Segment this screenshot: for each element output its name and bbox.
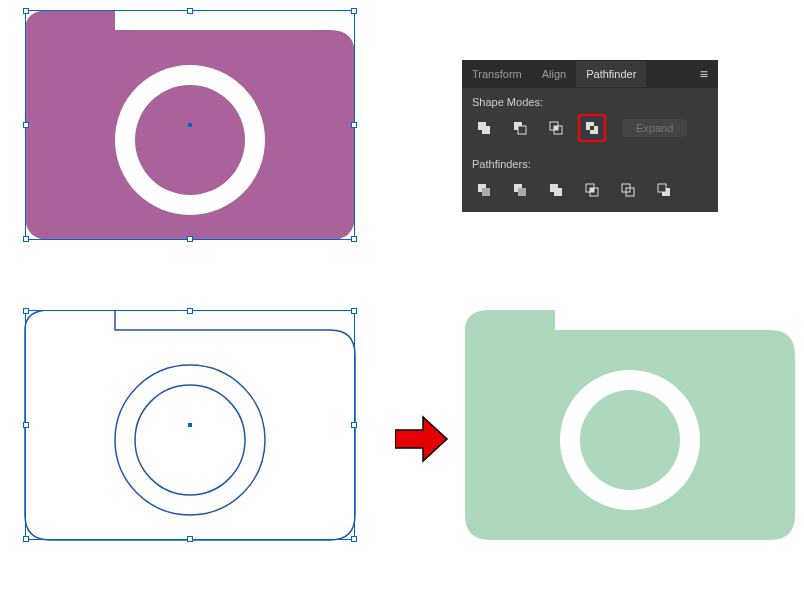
camera-shape-purple[interactable]	[15, 10, 365, 264]
merge-icon[interactable]	[544, 178, 568, 202]
shape-modes-label: Shape Modes:	[472, 96, 708, 108]
arrow-right-icon	[395, 415, 450, 467]
shape-modes-section: Shape Modes:	[462, 88, 718, 116]
panel-tabbar: Transform Align Pathfinder ≡	[462, 60, 718, 88]
panel-menu-icon[interactable]: ≡	[690, 60, 718, 88]
tab-align[interactable]: Align	[532, 61, 576, 87]
pathfinders-row	[462, 178, 718, 212]
unite-icon[interactable]	[472, 116, 496, 140]
camera-shape-outline[interactable]	[15, 310, 365, 564]
svg-point-2	[115, 365, 265, 515]
svg-rect-9	[482, 188, 490, 196]
exclude-icon[interactable]	[580, 116, 604, 140]
divide-icon[interactable]	[472, 178, 496, 202]
svg-rect-14	[590, 188, 594, 192]
trim-icon[interactable]	[508, 178, 532, 202]
pathfinders-label: Pathfinders:	[472, 158, 708, 170]
svg-rect-4	[518, 126, 526, 134]
outline-icon[interactable]	[616, 178, 640, 202]
expand-button[interactable]: Expand	[622, 119, 687, 137]
svg-rect-18	[658, 184, 666, 192]
svg-point-1	[135, 85, 245, 195]
tab-transform[interactable]: Transform	[462, 61, 532, 87]
intersect-icon[interactable]	[544, 116, 568, 140]
pathfinders-section: Pathfinders:	[462, 150, 718, 178]
svg-rect-10	[518, 188, 526, 196]
svg-rect-7	[554, 126, 558, 130]
shape-modes-row: Expand	[462, 116, 718, 150]
tab-pathfinder[interactable]: Pathfinder	[576, 61, 646, 87]
svg-point-3	[135, 385, 245, 495]
pathfinder-panel: Transform Align Pathfinder ≡ Shape Modes…	[462, 60, 718, 212]
minus-front-icon[interactable]	[508, 116, 532, 140]
camera-shape-green-result	[455, 310, 804, 564]
crop-icon[interactable]	[580, 178, 604, 202]
minus-back-icon[interactable]	[652, 178, 676, 202]
svg-rect-12	[554, 188, 562, 196]
